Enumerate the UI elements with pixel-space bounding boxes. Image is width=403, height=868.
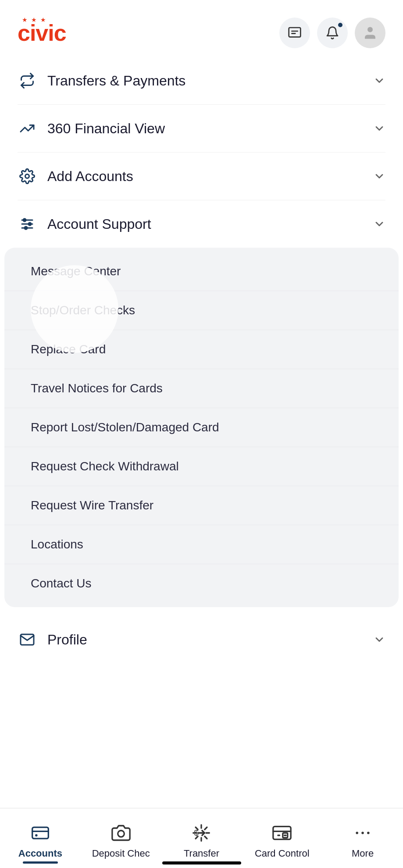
messages-icon <box>288 26 302 40</box>
dropdown-item-report-lost-stolen[interactable]: Report Lost/Stolen/Damaged Card <box>4 408 399 447</box>
svg-point-19 <box>356 832 358 834</box>
transfer-nav-label: Transfer <box>184 848 219 859</box>
more-nav-label: More <box>352 848 374 859</box>
nav-item-profile[interactable]: Profile <box>18 616 385 663</box>
account-support-dropdown: Message Center Stop/Order Checks Replace… <box>4 248 399 607</box>
notification-badge <box>337 22 343 28</box>
svg-point-20 <box>361 832 364 834</box>
envelope-icon <box>18 630 37 649</box>
logo-text: civic <box>18 20 66 46</box>
account-support-chevron <box>373 218 385 230</box>
add-accounts-label: Add Accounts <box>47 168 373 185</box>
svg-point-2 <box>25 174 29 178</box>
chart-icon <box>18 119 37 138</box>
profile-label: Profile <box>47 632 373 648</box>
svg-point-21 <box>367 832 370 834</box>
dropdown-item-locations[interactable]: Locations <box>4 525 399 564</box>
more-icon <box>351 822 374 844</box>
dropdown-item-travel-notices[interactable]: Travel Notices for Cards <box>4 369 399 408</box>
logo: ★ ★ ★ civic <box>18 20 66 46</box>
360-chevron <box>373 122 385 135</box>
accounts-nav-label: Accounts <box>18 848 62 859</box>
svg-point-6 <box>23 219 26 221</box>
svg-rect-0 <box>289 28 301 37</box>
svg-point-1 <box>367 27 373 32</box>
messages-button[interactable] <box>279 18 310 48</box>
nav-section: Transfers & Payments 360 Financial View <box>0 57 403 248</box>
transfers-chevron <box>373 75 385 87</box>
transfer-icon: $ <box>190 822 213 844</box>
settings-icon <box>18 167 37 186</box>
bottom-nav-more[interactable]: More <box>322 817 403 864</box>
app-header: ★ ★ ★ civic <box>0 0 403 57</box>
transfers-label: Transfers & Payments <box>47 73 373 89</box>
avatar-icon <box>362 25 378 41</box>
bottom-navigation: Accounts Deposit Chec $ Transfer <box>0 808 403 868</box>
dropdown-item-request-check-withdrawal[interactable]: Request Check Withdrawal <box>4 447 399 486</box>
accounts-icon <box>29 822 52 844</box>
bottom-nav-accounts[interactable]: Accounts <box>0 817 81 864</box>
svg-point-8 <box>25 227 27 229</box>
svg-point-7 <box>29 223 31 225</box>
card-control-icon <box>271 822 293 844</box>
account-support-label: Account Support <box>47 216 373 232</box>
header-icons <box>279 18 385 48</box>
card-control-nav-label: Card Control <box>255 848 310 859</box>
nav-item-account-support[interactable]: Account Support <box>18 200 385 248</box>
bell-icon <box>325 26 339 40</box>
home-indicator <box>162 861 241 864</box>
nav-item-360[interactable]: 360 Financial View <box>18 105 385 153</box>
dropdown-item-request-wire-transfer[interactable]: Request Wire Transfer <box>4 486 399 525</box>
dropdown-item-replace-card[interactable]: Replace Card <box>4 330 399 369</box>
bottom-nav-transfer[interactable]: $ Transfer <box>161 817 242 864</box>
profile-avatar-button[interactable] <box>355 18 385 48</box>
add-accounts-chevron <box>373 170 385 182</box>
dropdown-item-contact-us[interactable]: Contact Us <box>4 564 399 603</box>
svg-text:$: $ <box>194 828 199 837</box>
sliders-icon <box>18 214 37 234</box>
active-indicator <box>23 861 58 864</box>
camera-icon <box>110 822 132 844</box>
transfers-icon <box>18 71 37 90</box>
deposit-check-nav-label: Deposit Chec <box>92 848 150 859</box>
svg-point-12 <box>118 831 124 837</box>
svg-point-11 <box>35 834 38 837</box>
profile-section: Profile <box>0 616 403 663</box>
dropdown-item-stop-order-checks[interactable]: Stop/Order Checks <box>4 291 399 330</box>
notifications-button[interactable] <box>317 18 348 48</box>
profile-chevron <box>373 633 385 646</box>
bottom-nav-deposit-check[interactable]: Deposit Chec <box>81 817 161 864</box>
dropdown-item-message-center[interactable]: Message Center <box>4 252 399 291</box>
360-label: 360 Financial View <box>47 121 373 137</box>
svg-rect-9 <box>32 827 49 839</box>
bottom-nav-card-control[interactable]: Card Control <box>242 817 322 864</box>
nav-item-add-accounts[interactable]: Add Accounts <box>18 153 385 200</box>
nav-item-transfers[interactable]: Transfers & Payments <box>18 57 385 105</box>
